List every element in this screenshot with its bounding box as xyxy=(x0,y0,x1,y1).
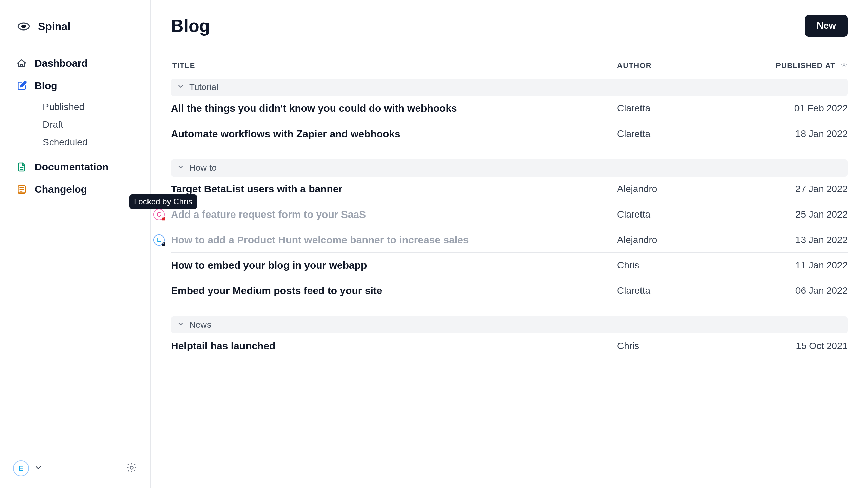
post-author: Claretta xyxy=(617,285,760,296)
user-menu[interactable]: E xyxy=(13,460,43,476)
post-title: Helptail has launched xyxy=(171,340,617,352)
group-name: News xyxy=(189,320,211,330)
post-author: Chris xyxy=(617,260,760,271)
post-title: Automate workflows with Zapier and webho… xyxy=(171,128,617,140)
chevron-down-icon xyxy=(177,320,184,330)
post-published: 25 Jan 2022 xyxy=(760,209,848,220)
table-header: TITLE AUTHOR PUBLISHED AT xyxy=(171,37,848,76)
post-author: Claretta xyxy=(617,103,760,114)
column-published: PUBLISHED AT xyxy=(760,61,848,70)
sidebar-item-dashboard[interactable]: Dashboard xyxy=(0,52,150,75)
gear-icon[interactable] xyxy=(126,462,137,475)
post-published: 18 Jan 2022 xyxy=(760,128,848,139)
nav-label: Blog xyxy=(35,80,57,92)
svg-point-3 xyxy=(130,466,133,469)
lock-icon xyxy=(161,241,167,247)
column-title: TITLE xyxy=(171,61,617,70)
post-published: 13 Jan 2022 xyxy=(760,235,848,245)
post-author: Alejandro xyxy=(617,235,760,245)
chevron-down-icon xyxy=(177,82,184,93)
sidebar-footer: E xyxy=(0,460,150,476)
post-title: Add a feature request form to your SaaS xyxy=(171,209,617,220)
table-row[interactable]: Target BetaList users with a banner Alej… xyxy=(171,177,848,202)
new-button[interactable]: New xyxy=(805,15,848,37)
post-title: How to add a Product Hunt welcome banner… xyxy=(171,234,617,246)
tooltip: Locked by Chris xyxy=(129,194,197,209)
column-published-label: PUBLISHED AT xyxy=(776,61,835,70)
table-row[interactable]: E How to add a Product Hunt welcome bann… xyxy=(171,227,848,253)
post-author: Chris xyxy=(617,341,760,351)
group-news: News Helptail has launched Chris 15 Oct … xyxy=(171,316,848,359)
column-author: AUTHOR xyxy=(617,61,760,70)
chevron-down-icon xyxy=(177,163,184,173)
post-author: Alejandro xyxy=(617,184,760,195)
post-title: All the things you didn't know you could… xyxy=(171,103,617,114)
main: Blog New TITLE AUTHOR PUBLISHED AT xyxy=(151,0,868,488)
home-icon xyxy=(16,58,27,69)
sidebar-subitem-scheduled[interactable]: Scheduled xyxy=(0,134,150,151)
svg-point-1 xyxy=(21,25,26,28)
avatar: E xyxy=(13,460,29,476)
post-title: Embed your Medium posts feed to your sit… xyxy=(171,285,617,297)
news-icon xyxy=(16,184,27,195)
lock-icon xyxy=(161,216,167,222)
sidebar-nav: Dashboard Blog Published Draft Scheduled xyxy=(0,44,150,201)
post-published: 27 Jan 2022 xyxy=(760,184,848,195)
chevron-down-icon xyxy=(34,463,43,473)
group-header[interactable]: Tutorial xyxy=(171,79,848,96)
group-name: How to xyxy=(189,163,217,173)
table-row[interactable]: Locked by Chris C Add a feature request … xyxy=(171,202,848,227)
file-icon xyxy=(16,162,27,172)
post-author: Claretta xyxy=(617,128,760,139)
sidebar-subnav-blog: Published Draft Scheduled xyxy=(0,97,150,156)
page-header: Blog New xyxy=(171,15,848,37)
post-published: 15 Oct 2021 xyxy=(760,341,848,351)
sidebar-item-changelog[interactable]: Changelog xyxy=(0,178,150,201)
table-row[interactable]: Automate workflows with Zapier and webho… xyxy=(171,121,848,146)
sidebar-item-documentation[interactable]: Documentation xyxy=(0,156,150,178)
page-title: Blog xyxy=(171,16,210,36)
nav-label: Changelog xyxy=(35,184,87,195)
sidebar: Spinal Dashboard Blog xyxy=(0,0,151,488)
table-row[interactable]: Embed your Medium posts feed to your sit… xyxy=(171,278,848,303)
brand-logo-icon xyxy=(16,19,31,34)
group-header[interactable]: News xyxy=(171,316,848,333)
table-row[interactable]: How to embed your blog in your webapp Ch… xyxy=(171,253,848,278)
table-row[interactable]: Helptail has launched Chris 15 Oct 2021 xyxy=(171,333,848,359)
sidebar-subitem-published[interactable]: Published xyxy=(0,98,150,116)
post-author: Claretta xyxy=(617,209,760,220)
svg-point-4 xyxy=(843,64,845,66)
group-name: Tutorial xyxy=(189,82,218,93)
brand: Spinal xyxy=(0,0,150,44)
table-row[interactable]: All the things you didn't know you could… xyxy=(171,96,848,121)
group-header[interactable]: How to xyxy=(171,159,848,177)
post-published: 06 Jan 2022 xyxy=(760,285,848,296)
lock-badge: E xyxy=(153,234,165,246)
lock-badge: C xyxy=(153,209,165,220)
post-published: 11 Jan 2022 xyxy=(760,260,848,271)
nav-label: Documentation xyxy=(35,161,108,173)
post-title: How to embed your blog in your webapp xyxy=(171,260,617,271)
group-how-to: How to Target BetaList users with a bann… xyxy=(171,159,848,303)
post-published: 01 Feb 2022 xyxy=(760,103,848,114)
gear-icon[interactable] xyxy=(840,61,848,70)
edit-icon xyxy=(16,80,27,91)
group-tutorial: Tutorial All the things you didn't know … xyxy=(171,79,848,146)
sidebar-item-blog[interactable]: Blog xyxy=(0,75,150,97)
sidebar-subitem-draft[interactable]: Draft xyxy=(0,116,150,134)
nav-label: Dashboard xyxy=(35,58,88,69)
brand-name: Spinal xyxy=(38,20,71,33)
post-title: Target BetaList users with a banner xyxy=(171,183,617,195)
